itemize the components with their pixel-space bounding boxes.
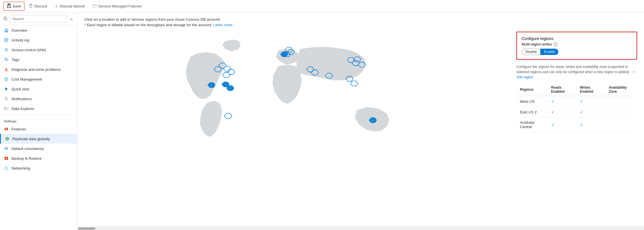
- sub-info-text: * Each region is billable based on the t…: [84, 23, 637, 27]
- svg-rect-26: [5, 129, 7, 130]
- right-panel: Configure regions Multi-region writes i …: [516, 32, 637, 171]
- main-info-text: Click on a location to add or remove reg…: [84, 17, 637, 22]
- check-icon: ✓: [580, 110, 583, 114]
- sidebar-item-activity-log[interactable]: Activity log: [0, 35, 77, 45]
- home-icon: [4, 28, 9, 33]
- sidebar-item-label: Overview: [11, 28, 27, 33]
- service-managed-failover-button[interactable]: Service-Managed Failover: [89, 2, 145, 10]
- sidebar-item-label: Features: [11, 127, 26, 131]
- check-icon: ✓: [551, 99, 555, 104]
- svg-rect-24: [5, 128, 8, 130]
- region-name: Australia Central: [516, 117, 548, 132]
- diagnose-icon: [4, 67, 9, 72]
- consistency-icon: [4, 146, 9, 151]
- scrollbar-thumb[interactable]: [78, 227, 95, 230]
- table-row: Australia Central ✓ ✓: [516, 117, 637, 132]
- learn-more-link[interactable]: Learn more: [213, 23, 232, 27]
- svg-marker-46: [222, 73, 230, 77]
- table-row: West US ✓ ✓: [516, 96, 637, 107]
- network-icon: [4, 166, 9, 170]
- svg-point-5: [4, 17, 7, 20]
- svg-point-14: [6, 68, 7, 70]
- sidebar-item-quick-start[interactable]: Quick start: [0, 84, 77, 94]
- reads-enabled: ✓: [548, 96, 576, 107]
- sidebar-item-overview[interactable]: Overview: [0, 25, 77, 35]
- availability-zone: [605, 96, 637, 107]
- quickstart-icon: [4, 87, 9, 91]
- svg-marker-45: [227, 69, 235, 74]
- svg-point-36: [5, 169, 5, 170]
- backup-icon: [4, 156, 9, 161]
- regions-table: Regions Reads Enabled Writes Enabled Ava…: [516, 83, 637, 132]
- svg-point-37: [7, 169, 8, 170]
- multi-region-label: Multi-region writes: [522, 42, 552, 46]
- svg-marker-44: [223, 66, 231, 71]
- sidebar-item-default-consistency[interactable]: Default consistency: [0, 144, 77, 153]
- save-icon: [7, 3, 11, 9]
- sidebar-item-tags[interactable]: Tags: [0, 55, 77, 64]
- main-layout: « Overview Activity log: [0, 13, 644, 230]
- explorer-icon: [4, 106, 9, 111]
- disable-button[interactable]: Disable: [522, 49, 540, 55]
- check-icon: ✓: [580, 99, 583, 104]
- service-managed-failover-label: Service-Managed Failover: [98, 4, 142, 8]
- svg-line-6: [6, 19, 7, 20]
- sidebar-item-backup-restore[interactable]: Backup & Restore: [0, 153, 77, 163]
- manual-failover-label: Manual failover: [60, 4, 85, 8]
- sidebar-item-label: Activity log: [11, 38, 29, 42]
- config-description: Configure the regions for reads, writes …: [516, 64, 637, 80]
- sidebar-search-area: «: [0, 13, 77, 25]
- horizontal-scrollbar[interactable]: [78, 227, 644, 230]
- search-input[interactable]: [10, 15, 67, 23]
- iam-icon: [4, 47, 9, 52]
- configure-regions-box: Configure regions Multi-region writes i …: [516, 32, 637, 60]
- notif-icon: [4, 96, 9, 101]
- writes-enabled: ✓: [576, 96, 605, 107]
- tag-icon: [4, 57, 9, 62]
- svg-marker-57: [350, 81, 358, 86]
- sidebar-item-access-control[interactable]: Access control (IAM): [0, 45, 77, 55]
- collapse-sidebar-button[interactable]: «: [69, 16, 74, 22]
- sidebar-item-cost-management[interactable]: Cost Management: [0, 74, 77, 84]
- col-header-reads: Reads Enabled: [548, 83, 576, 96]
- svg-point-13: [5, 59, 6, 59]
- discard-label: Discard: [34, 4, 47, 8]
- reads-enabled: ✓: [548, 107, 576, 117]
- manual-failover-icon: [54, 3, 59, 9]
- availability-zone: [605, 117, 637, 132]
- check-icon: ✓: [551, 122, 555, 127]
- save-label: Save: [13, 4, 21, 8]
- sidebar-item-data-explorer[interactable]: Data Explorer: [0, 104, 77, 113]
- settings-section-label: Settings: [0, 116, 77, 124]
- region-name: East US 2: [516, 107, 548, 117]
- sidebar-item-label: Replicate data globally: [12, 137, 50, 141]
- sidebar-item-replicate-data[interactable]: Replicate data globally: [0, 134, 77, 144]
- writes-enabled: ✓: [576, 107, 605, 117]
- world-map[interactable]: ✓: [84, 32, 510, 171]
- sidebar-item-features[interactable]: Features: [0, 124, 77, 134]
- enable-button[interactable]: Enable: [540, 49, 558, 55]
- svg-rect-1: [8, 4, 10, 5]
- sidebar-item-diagnose[interactable]: Diagnose and solve problems: [0, 64, 77, 74]
- sidebar-item-networking[interactable]: Networking: [0, 163, 77, 173]
- col-header-availability: Availability Zone: [605, 83, 637, 96]
- replicate-icon: [5, 136, 9, 141]
- col-header-regions: Regions: [516, 83, 548, 96]
- table-row: East US 2 ✓ ✓: [516, 107, 637, 117]
- sidebar-item-label: Access control (IAM): [11, 48, 46, 52]
- svg-line-38: [5, 168, 7, 169]
- sidebar-item-label: Backup & Restore: [11, 156, 42, 161]
- toggle-group: Disable Enable: [522, 49, 632, 55]
- info-icon[interactable]: i: [554, 42, 558, 46]
- save-button[interactable]: Save: [3, 2, 24, 11]
- svg-text:✓: ✓: [210, 84, 213, 87]
- availability-zone: [605, 107, 637, 117]
- reads-enabled: ✓: [548, 117, 576, 132]
- svg-line-39: [6, 168, 8, 169]
- sidebar-item-label: Networking: [11, 166, 30, 170]
- manual-failover-button[interactable]: Manual failover: [51, 2, 88, 10]
- sidebar-item-notifications[interactable]: Notifications: [0, 94, 77, 104]
- discard-button[interactable]: Discard: [26, 2, 50, 10]
- service-managed-failover-icon: [92, 3, 97, 9]
- svg-rect-22: [5, 107, 8, 110]
